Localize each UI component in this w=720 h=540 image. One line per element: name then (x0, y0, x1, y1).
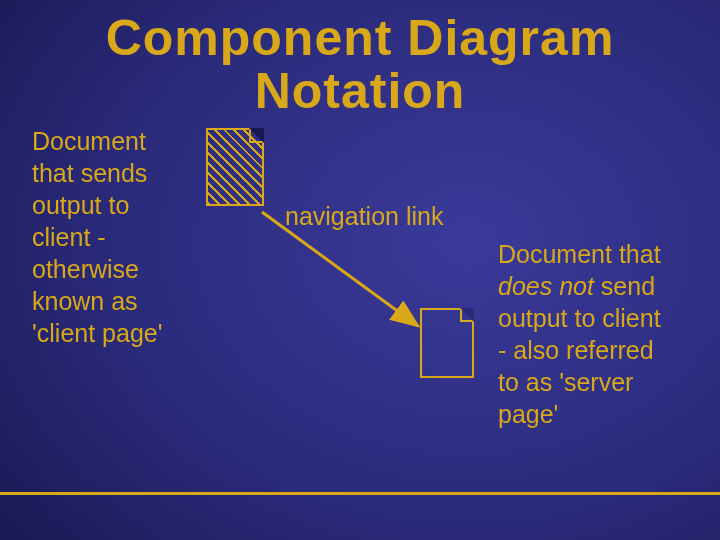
title-line-2: Notation (255, 63, 466, 119)
server-page-document-icon (420, 308, 474, 378)
navigation-link-label: navigation link (285, 202, 443, 231)
client-page-caption: Document that sends output to client - o… (32, 125, 202, 349)
slide-title: Component Diagram Notation (0, 12, 720, 117)
title-line-1: Component Diagram (106, 10, 615, 66)
server-page-caption: Document that does not send output to cl… (498, 238, 698, 430)
footer-rule (0, 492, 720, 495)
client-page-document-icon (206, 128, 264, 206)
